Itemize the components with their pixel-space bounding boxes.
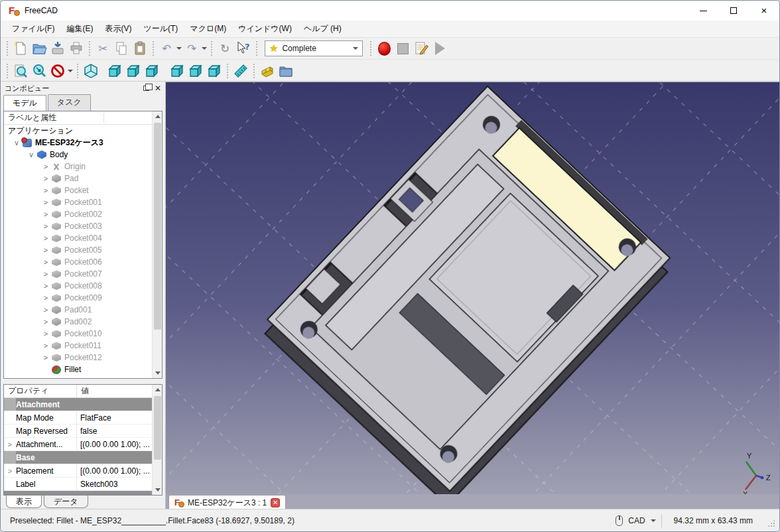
toolbar-grip[interactable]: [253, 64, 255, 78]
tree-scrollbar[interactable]: [152, 111, 162, 378]
expand-arrow-icon[interactable]: >: [41, 186, 50, 194]
tree-item-pocket002[interactable]: >Pocket002: [4, 208, 162, 220]
expand-arrow-icon[interactable]: >: [41, 282, 50, 290]
close-button[interactable]: ×: [749, 1, 779, 21]
tree-item-application[interactable]: アプリケーション: [4, 125, 162, 137]
property-scrollbar[interactable]: [152, 385, 162, 495]
menu-edit[interactable]: 編集(E): [60, 21, 99, 37]
bottom-view-button[interactable]: [186, 62, 205, 80]
tree-item-pocket010[interactable]: >Pocket010: [4, 328, 162, 340]
tree-item-pocket004[interactable]: >Pocket004: [4, 232, 162, 244]
float-panel-icon[interactable]: [143, 86, 149, 91]
tree-item-fillet[interactable]: Fillet: [4, 364, 162, 375]
expand-arrow-icon[interactable]: >: [41, 354, 50, 362]
tree-item-pocket006[interactable]: >Pocket006: [4, 256, 162, 268]
copy-button[interactable]: [112, 39, 131, 58]
whats-this-button[interactable]: [234, 39, 253, 58]
close-document-icon[interactable]: ✕: [271, 498, 280, 507]
navigation-style-selector[interactable]: CAD: [628, 516, 645, 525]
3d-viewport[interactable]: Y X Z F ME-ESP32ケース3 : 1 ✕: [166, 82, 779, 510]
chevron-down-icon[interactable]: [651, 519, 656, 522]
resize-grip[interactable]: [767, 519, 775, 527]
create-group-button[interactable]: [277, 62, 295, 80]
expand-arrow-icon[interactable]: >: [41, 246, 50, 254]
tree-item-pocket005[interactable]: >Pocket005: [4, 244, 162, 256]
new-file-button[interactable]: [11, 39, 30, 58]
fit-selection-button[interactable]: [30, 62, 48, 80]
expand-arrow-icon[interactable]: >: [41, 258, 50, 266]
toolbar-grip[interactable]: [76, 64, 79, 78]
redo-button[interactable]: ↷: [182, 39, 201, 58]
workbench-selector[interactable]: ★ Complete: [265, 40, 363, 56]
expand-arrow-icon[interactable]: >: [41, 294, 50, 302]
measure-distance-button[interactable]: [231, 62, 250, 80]
document-tab[interactable]: F ME-ESP32ケース3 : 1 ✕: [168, 495, 286, 510]
tree-item-body[interactable]: ∨ Body: [4, 149, 162, 161]
expand-arrow-icon[interactable]: >: [41, 174, 50, 182]
property-row-placement[interactable]: >Placement[(0.00 0.00 1.00); ...: [4, 464, 162, 478]
right-view-button[interactable]: [143, 62, 161, 80]
macro-stop-button[interactable]: [393, 39, 412, 58]
expand-arrow-icon[interactable]: >: [41, 234, 50, 242]
expand-arrow-icon[interactable]: >: [41, 306, 50, 314]
collapse-arrow-icon[interactable]: ∨: [27, 151, 36, 159]
property-row-label[interactable]: LabelSketch003: [4, 478, 162, 491]
toolbar-grip[interactable]: [255, 41, 258, 56]
menu-macro[interactable]: マクロ(M): [184, 21, 232, 37]
expand-arrow-icon[interactable]: >: [41, 198, 50, 206]
menu-help[interactable]: ヘルプ (H): [298, 21, 348, 37]
draw-style-dropdown[interactable]: [67, 62, 74, 80]
scroll-up-icon[interactable]: [153, 111, 162, 121]
close-panel-icon[interactable]: ✕: [155, 85, 161, 92]
tab-model[interactable]: モデル: [3, 95, 46, 111]
paste-button[interactable]: [131, 39, 149, 58]
scrollbar-thumb[interactable]: [154, 123, 161, 330]
open-file-button[interactable]: [30, 39, 48, 58]
expand-arrow-icon[interactable]: >: [41, 318, 50, 326]
toolbar-grip[interactable]: [369, 41, 372, 56]
left-view-button[interactable]: [205, 62, 224, 80]
tree-item-pocket009[interactable]: >Pocket009: [4, 292, 162, 304]
macro-edit-button[interactable]: [412, 39, 430, 58]
tree-item-pad[interactable]: >Pad: [4, 172, 162, 184]
menu-view[interactable]: 表示(V): [99, 21, 137, 37]
expand-arrow-icon[interactable]: >: [41, 342, 50, 350]
tree-item-document[interactable]: ∨ ME-ESP32ケース3: [4, 137, 162, 149]
toolbar-grip[interactable]: [88, 41, 91, 56]
tree-item-pocket011[interactable]: >Pocket011: [4, 340, 162, 352]
axonometric-view-button[interactable]: [82, 62, 100, 80]
front-view-button[interactable]: [105, 62, 124, 80]
scroll-up-icon[interactable]: [153, 385, 162, 395]
expand-arrow-icon[interactable]: >: [41, 270, 50, 278]
expand-arrow-icon[interactable]: >: [4, 438, 16, 450]
tree-item-pad001[interactable]: >Pad001: [4, 304, 162, 316]
save-button[interactable]: [48, 39, 67, 58]
menu-windows[interactable]: ウインドウ(W): [232, 21, 298, 37]
draw-style-button[interactable]: [48, 62, 67, 80]
toolbar-grip[interactable]: [6, 41, 9, 56]
property-row-map-reversed[interactable]: Map Reversedfalse: [4, 425, 162, 438]
macro-play-button[interactable]: [430, 39, 449, 58]
expand-arrow-icon[interactable]: >: [4, 464, 16, 477]
expand-arrow-icon[interactable]: >: [41, 222, 50, 230]
tree-item-pocket008[interactable]: >Pocket008: [4, 280, 162, 292]
undo-dropdown[interactable]: [176, 39, 182, 58]
tab-data[interactable]: データ: [44, 496, 88, 508]
property-group-attachment[interactable]: Attachment: [4, 398, 162, 411]
redo-dropdown[interactable]: [201, 39, 208, 58]
rear-view-button[interactable]: [168, 62, 186, 80]
tree-item-pocket001[interactable]: >Pocket001: [4, 196, 162, 208]
minimize-button[interactable]: [688, 1, 718, 21]
tree-item-pad002[interactable]: >Pad002: [4, 316, 162, 328]
toolbar-grip[interactable]: [210, 41, 213, 56]
cut-button[interactable]: ✂: [94, 39, 112, 58]
tree-item-pocket003[interactable]: >Pocket003: [4, 220, 162, 232]
expand-arrow-icon[interactable]: >: [41, 163, 50, 170]
property-group-base[interactable]: Base: [4, 451, 162, 464]
toolbar-grip[interactable]: [6, 64, 9, 78]
tree-item-origin[interactable]: >Origin: [4, 161, 162, 172]
create-part-button[interactable]: [258, 62, 277, 80]
tree-item-pocket012[interactable]: >Pocket012: [4, 352, 162, 364]
scrollbar-thumb[interactable]: [154, 396, 161, 460]
tree-item-pocket007[interactable]: >Pocket007: [4, 268, 162, 280]
